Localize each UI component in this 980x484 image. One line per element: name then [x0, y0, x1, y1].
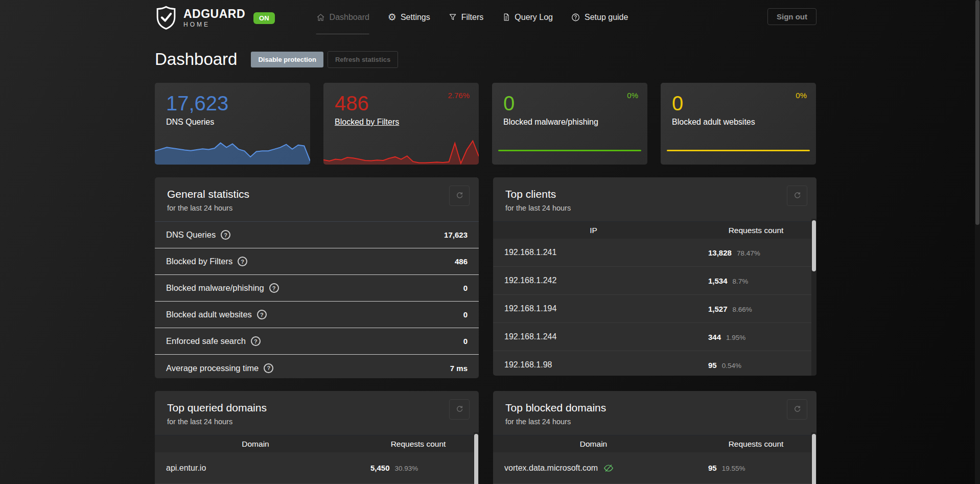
- request-percent: 78.47%: [737, 249, 760, 257]
- request-percent: 19.55%: [722, 465, 745, 472]
- card-percent: 0%: [627, 91, 638, 100]
- refresh-button[interactable]: [449, 399, 470, 420]
- nav-item-settings[interactable]: Settings: [388, 0, 430, 34]
- stat-value: 17,623: [444, 231, 468, 239]
- top-navigation-bar: ADGUARD HOME ON Dashboard Settings Filte…: [0, 0, 980, 34]
- domain-name[interactable]: api.entur.io: [166, 464, 206, 473]
- client-row: 192.168.1.98 950.54%: [493, 351, 816, 376]
- panel-subtitle: for the last 24 hours: [505, 418, 804, 426]
- help-circle-icon[interactable]: [269, 283, 279, 293]
- help-circle-icon: [571, 13, 580, 22]
- stat-row: DNS Queries17,623: [155, 222, 479, 248]
- request-count: 13,828: [708, 248, 732, 257]
- table-header: Domain Requests count: [155, 435, 479, 452]
- dashboard-content: Dashboard Disable protection Refresh sta…: [155, 50, 816, 484]
- stat-cards-row: 17,623 DNS Queries 486 Blocked by Filter…: [155, 83, 816, 165]
- panel-scrollbar-thumb[interactable]: [812, 434, 816, 484]
- table-header: Domain Requests count: [493, 435, 816, 452]
- general-statistics-panel: General statistics for the last 24 hours…: [155, 177, 479, 378]
- stat-label: Blocked adult websites: [166, 310, 252, 319]
- stat-row: Blocked adult websites0: [155, 302, 479, 328]
- column-header-ip: IP: [493, 226, 694, 235]
- sign-out-button[interactable]: Sign out: [767, 8, 816, 25]
- help-circle-icon[interactable]: [238, 257, 247, 266]
- refresh-icon: [793, 191, 802, 201]
- client-ip[interactable]: 192.168.1.98: [504, 360, 552, 370]
- shield-check-icon: [155, 5, 177, 31]
- nav-item-query-log[interactable]: Query Log: [502, 0, 553, 34]
- refresh-button[interactable]: [787, 399, 807, 420]
- help-circle-icon[interactable]: [251, 336, 261, 346]
- stat-row: Blocked malware/phishing0: [155, 275, 479, 302]
- stat-row: Enforced safe search0: [155, 328, 479, 355]
- stat-row: Average processing time7 ms: [155, 355, 479, 378]
- request-percent: 8.7%: [733, 278, 749, 285]
- card-label: DNS Queries: [166, 118, 214, 127]
- refresh-icon: [793, 404, 802, 414]
- refresh-statistics-button[interactable]: Refresh statistics: [328, 51, 398, 68]
- document-icon: [502, 13, 510, 21]
- domain-row: vortex.data.microsoft.com 9519.55%: [493, 452, 816, 484]
- help-circle-icon[interactable]: [264, 363, 273, 373]
- nav-item-setup-guide[interactable]: Setup guide: [571, 0, 628, 34]
- client-ip[interactable]: 192.168.1.242: [504, 276, 556, 285]
- client-ip[interactable]: 192.168.1.194: [504, 304, 556, 313]
- client-row: 192.168.1.242 1,5348.7%: [493, 267, 816, 295]
- adguard-logo[interactable]: ADGUARD HOME ON: [155, 5, 275, 31]
- brand-name: ADGUARD: [183, 8, 245, 20]
- nav-label: Dashboard: [330, 13, 369, 22]
- panel-scrollbar: [474, 432, 479, 484]
- request-count: 95: [708, 464, 717, 472]
- card-dns-queries: 17,623 DNS Queries: [155, 83, 310, 165]
- domain-row: api.entur.io 5,45030.93%: [155, 452, 479, 484]
- page-scrollbar-thumb[interactable]: [975, 0, 979, 225]
- panel-scrollbar-thumb[interactable]: [474, 434, 478, 484]
- domain-name[interactable]: vortex.data.microsoft.com: [504, 464, 598, 473]
- protection-status-badge: ON: [253, 12, 275, 24]
- request-count: 344: [708, 333, 721, 341]
- eye-slash-icon: [603, 463, 614, 474]
- nav-label: Settings: [401, 13, 430, 22]
- refresh-icon: [455, 191, 464, 201]
- request-percent: 1.95%: [726, 334, 745, 341]
- column-header-domain: Domain: [155, 440, 356, 449]
- nav-label: Query Log: [515, 13, 553, 22]
- card-blocked-by-filters: 486 Blocked by Filters 2.76%: [323, 83, 479, 165]
- stat-value: 0: [463, 284, 468, 292]
- page-scrollbar: [975, 0, 980, 484]
- stat-value: 0: [463, 310, 468, 319]
- refresh-icon: [455, 404, 464, 414]
- client-ip[interactable]: 192.168.1.241: [504, 248, 556, 257]
- panel-subtitle: for the last 24 hours: [167, 418, 466, 426]
- nav-item-dashboard[interactable]: Dashboard: [316, 0, 369, 34]
- client-ip[interactable]: 192.168.1.244: [504, 332, 556, 341]
- column-header-domain: Domain: [493, 440, 694, 449]
- panel-scrollbar-thumb[interactable]: [812, 220, 816, 271]
- nav-label: Setup guide: [585, 13, 628, 22]
- page-title: Dashboard: [155, 50, 237, 69]
- stat-value: 7 ms: [450, 364, 468, 373]
- request-percent: 8.66%: [733, 306, 752, 313]
- client-row: 192.168.1.194 1,5278.66%: [493, 295, 816, 323]
- help-circle-icon[interactable]: [221, 230, 230, 240]
- column-header-requests: Requests count: [694, 440, 816, 449]
- help-circle-icon[interactable]: [257, 310, 267, 319]
- panel-title: Top queried domains: [167, 402, 466, 414]
- card-blocked-malware: 0 Blocked malware/phishing 0%: [492, 83, 647, 165]
- column-header-requests: Requests count: [356, 440, 479, 449]
- client-row: 192.168.1.241 13,82878.47%: [493, 239, 816, 267]
- stat-value: 0: [463, 337, 468, 345]
- panel-title: Top clients: [505, 188, 804, 200]
- card-label: Blocked adult websites: [672, 118, 755, 127]
- card-label: Blocked by Filters: [335, 118, 399, 127]
- blocked-by-filters-link[interactable]: Blocked by Filters: [335, 118, 399, 126]
- card-value: 486: [335, 92, 369, 114]
- refresh-button[interactable]: [787, 186, 807, 206]
- table-header: IP Requests count: [493, 221, 816, 239]
- card-value: 0: [672, 92, 683, 114]
- refresh-button[interactable]: [449, 186, 470, 206]
- panel-subtitle: for the last 24 hours: [505, 204, 804, 212]
- disable-protection-button[interactable]: Disable protection: [251, 52, 323, 67]
- nav-item-filters[interactable]: Filters: [449, 0, 484, 34]
- malware-flat-sparkline: [498, 150, 641, 151]
